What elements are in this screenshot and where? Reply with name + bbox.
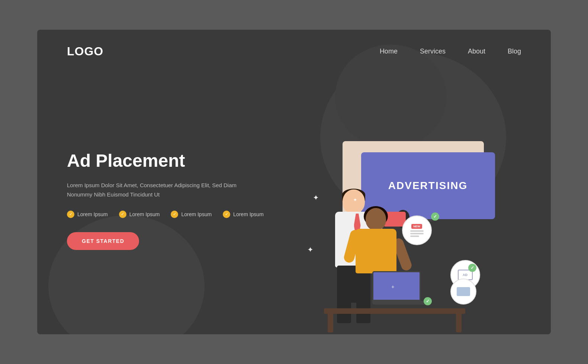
feature-label-4: Lorem Ipsum — [233, 211, 264, 217]
doc-line-2 — [410, 233, 424, 234]
illustration-container: ✦ ✦ ✦ + ADVERTISING NEW — [305, 134, 499, 319]
features-list: ✓ Lorem Ipsum ✓ Lorem Ipsum ✓ Lorem Ipsu… — [67, 211, 283, 218]
hero-title: Ad Placement — [67, 150, 283, 172]
page-wrapper: LOGO Home Services About Blog Ad Placeme… — [37, 30, 551, 334]
check-icon-3: ✓ — [171, 211, 178, 218]
nav-item-about[interactable]: About — [468, 48, 485, 55]
feature-item-2: ✓ Lorem Ipsum — [119, 211, 160, 218]
advertising-text: ADVERTISING — [388, 180, 467, 192]
sparkle-icon-3: ✦ — [353, 197, 357, 203]
desk-leg-right — [456, 312, 462, 332]
laptop — [372, 271, 428, 305]
left-content: Ad Placement Lorem Ipsum Dolor Sit Amet,… — [67, 150, 283, 250]
get-started-button[interactable]: GET STARTED — [67, 232, 139, 250]
feature-item-4: ✓ Lorem Ipsum — [223, 211, 264, 218]
desk-leg-left — [328, 312, 333, 332]
check-badge-1: ✓ — [431, 212, 439, 221]
check-icon-1: ✓ — [67, 211, 74, 218]
doc-line-1 — [410, 230, 424, 232]
nav-item-services[interactable]: Services — [420, 48, 446, 55]
document-lines — [410, 230, 424, 237]
sparkle-icon-4: + — [391, 284, 394, 290]
laptop-screen — [372, 271, 421, 301]
laptop-base — [372, 301, 428, 305]
desk — [324, 308, 465, 314]
logo: LOGO — [67, 45, 103, 58]
feature-label-1: Lorem Ipsum — [77, 211, 108, 217]
woman-top — [356, 229, 396, 273]
feature-label-2: Lorem Ipsum — [129, 211, 160, 217]
main-nav: Home Services About Blog — [380, 48, 521, 55]
check-badge-2: ✓ — [468, 264, 476, 272]
feature-label-3: Lorem Ipsum — [181, 211, 212, 217]
header: LOGO Home Services About Blog — [37, 30, 551, 69]
right-content: ✦ ✦ ✦ + ADVERTISING NEW — [283, 81, 521, 319]
nav-item-home[interactable]: Home — [380, 48, 398, 55]
woman-head — [366, 208, 386, 230]
check-icon-4: ✓ — [223, 211, 230, 218]
woman-character — [343, 208, 409, 312]
check-badge-3: ✓ — [424, 297, 432, 305]
sparkle-icon-1: ✦ — [313, 193, 319, 202]
float-radio — [450, 279, 476, 305]
sparkle-icon-2: ✦ — [307, 245, 314, 254]
check-icon-2: ✓ — [119, 211, 126, 218]
main-content: Ad Placement Lorem Ipsum Dolor Sit Amet,… — [37, 69, 551, 334]
feature-item-1: ✓ Lorem Ipsum — [67, 211, 108, 218]
nav-item-blog[interactable]: Blog — [508, 48, 521, 55]
hero-description: Lorem Ipsum Dolor Sit Amet, Consectetuer… — [67, 181, 245, 199]
feature-item-3: ✓ Lorem Ipsum — [171, 211, 212, 218]
radio-icon — [457, 287, 470, 296]
doc-line-3 — [410, 235, 419, 237]
new-badge: NEW — [411, 224, 422, 229]
